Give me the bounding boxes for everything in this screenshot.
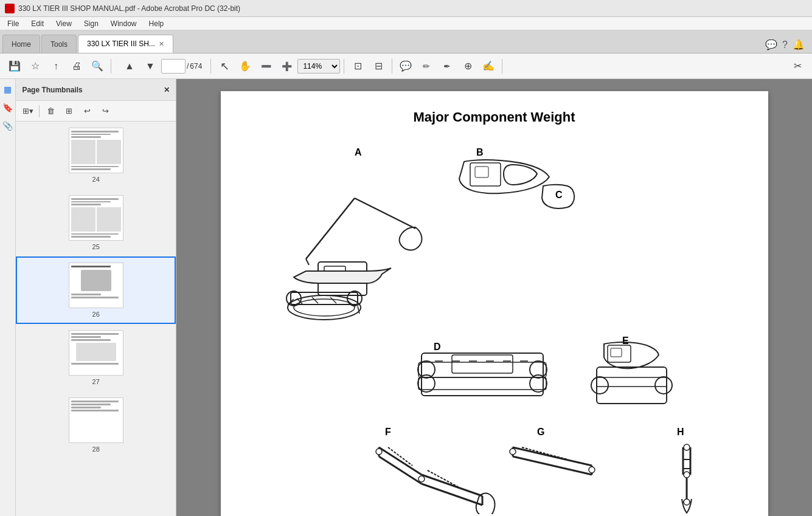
diagram-area: A	[245, 137, 744, 516]
acrobat-icon	[5, 4, 15, 13]
svg-line-56	[513, 456, 592, 475]
thumbnail-page-27[interactable]: 27	[16, 324, 176, 391]
chat-icon[interactable]: 💬	[765, 39, 777, 50]
svg-point-70	[684, 472, 690, 478]
sidebar-resize-handle[interactable]	[808, 0, 812, 516]
comment-button[interactable]: 💬	[396, 57, 415, 76]
sidebar-content[interactable]: 24	[16, 122, 176, 516]
tab-actions: 💬 ? 🔔	[765, 39, 810, 53]
menu-sign[interactable]: Sign	[79, 18, 103, 29]
thumbnail-page-24[interactable]: 24	[16, 122, 176, 189]
svg-point-69	[684, 444, 690, 450]
svg-text:B: B	[476, 147, 484, 157]
menu-view[interactable]: View	[51, 18, 77, 29]
page-num-24: 24	[92, 176, 100, 183]
print-button[interactable]: 🖨	[67, 57, 86, 76]
tab-document[interactable]: 330 LX TIER III SH... ✕	[78, 35, 173, 53]
thumbnail-image-26	[69, 263, 123, 308]
redo-button[interactable]: ↪	[97, 103, 114, 119]
share-button[interactable]: ↑	[46, 57, 66, 76]
page-navigation: ▲ ▼ 26 / 674	[120, 57, 202, 76]
page-separator: /	[187, 62, 189, 71]
attachments-icon[interactable]: 📎	[1, 119, 15, 132]
thumbnail-page-28[interactable]: 28	[16, 391, 176, 459]
svg-point-40	[591, 377, 608, 394]
page-num-26: 26	[92, 311, 100, 318]
thumbnail-page-25[interactable]: 25	[16, 189, 176, 256]
page-number-input[interactable]: 26	[161, 59, 186, 74]
toolbar-sep-2	[210, 59, 211, 74]
svg-line-10	[312, 297, 318, 303]
svg-line-55	[513, 447, 592, 466]
svg-rect-23	[418, 362, 546, 377]
svg-point-7	[294, 299, 355, 316]
redact-button[interactable]: ✂	[788, 57, 807, 76]
tab-home[interactable]: Home	[2, 35, 40, 53]
svg-rect-38	[611, 348, 622, 357]
thumbnail-page-26[interactable]: 26	[16, 256, 176, 324]
svg-line-48	[422, 484, 482, 505]
toolbar: 💾 ☆ ↑ 🖨 🔍 ▲ ▼ 26 / 674 ↖ ✋ ➖ ➕ 50% 75% 1…	[0, 53, 812, 79]
svg-line-11	[330, 297, 336, 303]
menu-file[interactable]: File	[2, 18, 24, 29]
svg-point-71	[684, 499, 690, 505]
toolbar-sep-4	[392, 59, 392, 74]
insert-page-button[interactable]: ⊞	[60, 103, 77, 119]
sidebar-close-button[interactable]: ✕	[164, 86, 170, 94]
tab-tools[interactable]: Tools	[41, 35, 77, 53]
thumbnails-icon[interactable]: ▦	[1, 83, 15, 96]
bookmark-button[interactable]: ☆	[26, 57, 45, 76]
toolbar-sep-5	[502, 59, 502, 74]
svg-line-1	[306, 198, 355, 259]
sidebar-header: Page Thumbnails ✕	[16, 79, 176, 101]
svg-point-61	[589, 467, 595, 473]
menu-window[interactable]: Window	[106, 18, 142, 29]
bell-icon[interactable]: 🔔	[793, 39, 805, 50]
draw-button[interactable]: ✒	[437, 57, 457, 76]
svg-text:C: C	[555, 190, 563, 200]
tab-tools-label: Tools	[50, 40, 68, 49]
svg-point-52	[376, 449, 382, 455]
fit-width-button[interactable]: ⊟	[369, 57, 388, 76]
zoom-selector[interactable]: 50% 75% 100% 114% 125% 150% 200%	[297, 59, 340, 74]
fit-page-button[interactable]: ⊡	[348, 57, 367, 76]
highlight-button[interactable]: ✏	[417, 57, 436, 76]
pdf-content[interactable]: Major Component Weight A	[176, 79, 812, 516]
total-pages: 674	[190, 62, 202, 71]
svg-point-53	[418, 476, 425, 482]
bookmarks-icon[interactable]: 🔖	[1, 101, 15, 114]
svg-line-2	[355, 198, 415, 229]
sign-button[interactable]: ✍	[479, 57, 498, 76]
svg-rect-35	[418, 377, 546, 390]
view-mode-button[interactable]: ⊞▾	[19, 103, 36, 119]
svg-point-60	[510, 449, 516, 455]
menu-edit[interactable]: Edit	[26, 18, 49, 29]
left-panel: ▦ 🔖 📎 Page Thumbnails ✕ ⊞▾ 🗑 ⊞ ↩ ↪	[0, 79, 176, 516]
menu-help[interactable]: Help	[144, 18, 169, 29]
hand-tool-button[interactable]: ✋	[235, 57, 255, 76]
select-tool-button[interactable]: ↖	[215, 57, 234, 76]
svg-rect-19	[475, 167, 488, 177]
tab-document-label: 330 LX TIER III SH...	[87, 40, 155, 48]
save-button[interactable]: 💾	[5, 57, 24, 76]
svg-rect-37	[608, 345, 631, 362]
zoom-in-button[interactable]: ➕	[277, 57, 296, 76]
toolbar-sep-3	[344, 59, 344, 74]
svg-point-41	[655, 377, 672, 394]
title-bar: 330 LX TIER III SHOP MANUAL.pdf - Adobe …	[0, 0, 812, 17]
prev-page-button[interactable]: ▲	[120, 57, 139, 76]
undo-button[interactable]: ↩	[78, 103, 95, 119]
delete-page-button[interactable]: 🗑	[42, 103, 59, 119]
thumbnail-image-24	[69, 128, 123, 173]
svg-text:F: F	[385, 427, 391, 437]
svg-rect-32	[452, 355, 513, 373]
pdf-page: Major Component Weight A	[221, 91, 768, 516]
search-button[interactable]: 🔍	[88, 57, 107, 76]
tab-close-btn[interactable]: ✕	[159, 40, 164, 48]
tab-home-label: Home	[12, 40, 31, 49]
stamp-button[interactable]: ⊕	[458, 57, 477, 76]
next-page-button[interactable]: ▼	[141, 57, 160, 76]
zoom-out-button[interactable]: ➖	[256, 57, 276, 76]
help-icon[interactable]: ?	[782, 40, 788, 50]
svg-text:D: D	[434, 342, 441, 352]
